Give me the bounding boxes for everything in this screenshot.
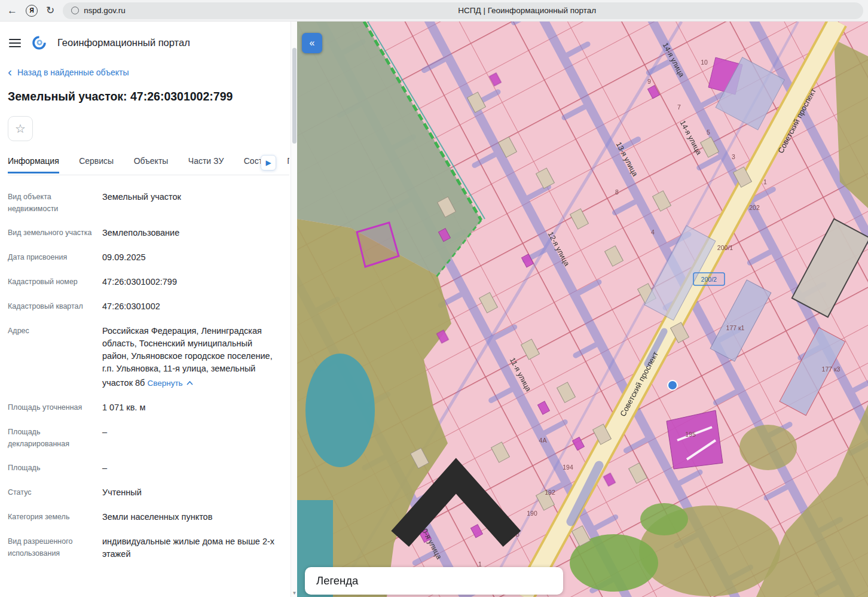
info-panel: Геоинформационный портал ‹ Назад в найде… (0, 22, 297, 597)
back-icon[interactable]: ← (7, 5, 17, 16)
chevron-left-icon: ‹ (8, 68, 12, 76)
parcel-number: 10 (701, 59, 708, 66)
field-value: Земли населенных пунктов (102, 511, 289, 523)
app-title: Геоинформационный портал (57, 37, 190, 48)
field-label: Вид земельного участка (8, 227, 102, 239)
tab-services[interactable]: Сервисы (79, 151, 114, 173)
field-value: индивидуальные жилые дома не выше 2-х эт… (102, 535, 289, 561)
parcel-number: 4 (651, 229, 655, 236)
field-label: Кадастровый квартал (8, 300, 102, 313)
field-row: Кадастровый номер 47:26:0301002:799 (8, 276, 289, 288)
parcel-number: 1 (763, 178, 767, 185)
field-row-address: Адрес Российская Федерация, Ленинградска… (8, 325, 289, 389)
field-value: 47:26:0301002 (102, 300, 289, 313)
panel-scrollbar[interactable]: ▼ (291, 22, 297, 597)
app-logo (31, 35, 47, 51)
site-security-icon[interactable] (71, 7, 79, 14)
scrollbar-down-icon[interactable]: ▼ (291, 590, 297, 596)
field-value: 09.09.2025 (102, 251, 289, 264)
menu-icon[interactable] (9, 39, 21, 47)
field-value: – (102, 426, 289, 450)
parcel-number: 8 (615, 188, 619, 196)
back-link-label: Назад в найденные объекты (17, 68, 129, 77)
field-label: Категория земель (8, 511, 102, 523)
parcel-number: 5 (707, 129, 710, 136)
tab-objects[interactable]: Объекты (134, 151, 169, 173)
browser-toolbar: ← Я ↻ nspd.gov.ru НСПД | Геоинформационн… (0, 0, 868, 22)
parcel-number: 194 (563, 464, 573, 471)
url-text: nspd.gov.ru (84, 6, 126, 15)
map-area: 14-я улица 14-я улица 13-я улица 12-я ул… (297, 22, 868, 597)
tabs-scroll-right-button[interactable]: ▶ (261, 155, 276, 170)
field-value: 1 071 кв. м (102, 401, 289, 414)
building-complex-magenta (667, 410, 723, 469)
field-row: Кадастровый квартал 47:26:0301002 (8, 300, 289, 313)
favorite-button[interactable]: ☆ (8, 116, 33, 141)
collapse-icon: « (310, 38, 315, 48)
legend-label: Легенда (316, 574, 358, 587)
parcel-number: 177 к3 (822, 365, 841, 373)
legend-bar[interactable]: Легенда (305, 567, 563, 595)
screen: ← Я ↻ nspd.gov.ru НСПД | Геоинформационн… (0, 0, 868, 597)
field-label: Адрес (8, 325, 102, 389)
tab-parts[interactable]: Части ЗУ (188, 151, 224, 173)
page-title: Земельный участок: 47:26:0301002:799 (8, 90, 289, 103)
scrollbar-thumb[interactable] (292, 48, 297, 144)
field-row: Площадь уточненная 1 071 кв. м (8, 401, 289, 414)
parcel-number: 3 (732, 153, 735, 160)
panel-collapse-button[interactable]: « (302, 33, 322, 53)
field-row: Категория земель Земли населенных пункто… (8, 511, 289, 523)
parcel-number: 177 к1 (726, 324, 745, 331)
back-to-results-link[interactable]: ‹ Назад в найденные объекты (8, 68, 289, 77)
collapse-address-label: Свернуть (147, 377, 182, 389)
field-label: Площадь декларированная (8, 426, 102, 450)
star-icon: ☆ (15, 121, 26, 136)
tab-bar: Информация Сервисы Объекты Части ЗУ Сост… (8, 151, 289, 175)
field-row: Вид разрешенного использования индивидуа… (8, 535, 289, 561)
field-label: Кадастровый номер (8, 276, 102, 288)
object-fields: Вид объекта недвижимости Земельный участ… (8, 175, 289, 561)
browser-page-title: НСПД | Геоинформационный портал (458, 6, 596, 15)
parcel-number: 200/1 (717, 244, 733, 251)
panel-header: Геоинформационный портал (8, 32, 289, 53)
field-row: Дата присвоения 09.09.2025 (8, 251, 289, 264)
field-label: Площадь (8, 462, 102, 474)
field-value: Землепользование (102, 227, 289, 239)
parcel-number: 195 (685, 431, 696, 438)
field-value: Российская Федерация, Ленинградская обла… (102, 325, 289, 389)
field-value: Учтенный (102, 486, 289, 499)
parcel-number: 9 (647, 78, 651, 85)
refresh-icon[interactable]: ↻ (46, 5, 54, 16)
field-row: Статус Учтенный (8, 486, 289, 499)
field-row: Площадь – (8, 462, 289, 474)
address-bar[interactable]: nspd.gov.ru НСПД | Геоинформационный пор… (63, 2, 863, 19)
browser-logo-icon[interactable]: Я (26, 5, 38, 17)
parcel-number: 7 (677, 103, 681, 111)
legend-expand-icon[interactable] (358, 293, 554, 597)
field-label: Вид объекта недвижимости (8, 191, 102, 215)
field-row: Вид объекта недвижимости Земельный участ… (8, 191, 289, 215)
tab-information[interactable]: Информация (8, 151, 59, 173)
poi-marker-icon[interactable] (668, 380, 677, 390)
collapse-address-link[interactable]: Свернуть (147, 377, 192, 389)
field-value: – (102, 462, 289, 474)
field-value: Земельный участок (102, 191, 289, 215)
parcel-number: 200/2 (701, 276, 717, 283)
field-label: Площадь уточненная (8, 401, 102, 414)
field-value: 47:26:0301002:799 (102, 276, 289, 288)
field-row: Площадь декларированная – (8, 426, 289, 450)
field-label: Статус (8, 486, 102, 499)
tab-next-partial[interactable]: Г (287, 151, 289, 173)
field-label: Дата присвоения (8, 251, 102, 264)
field-label: Вид разрешенного использования (8, 535, 102, 561)
field-row: Вид земельного участка Землепользование (8, 227, 289, 239)
chevron-up-icon (187, 381, 193, 385)
parcel-number: 202 (749, 204, 760, 211)
